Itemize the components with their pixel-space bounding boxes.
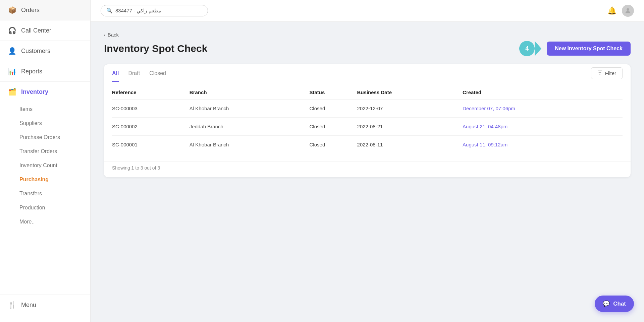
cell-business-date: 2022-12-07 [357,100,463,118]
sidebar-item-label: Call Center [21,27,51,34]
cell-created: August 21, 04:48pm [463,118,623,136]
search-box[interactable]: 🔍 [101,5,208,16]
chevron-left-icon: ‹ [104,32,106,38]
customers-icon: 👤 [8,47,16,55]
sidebar-subitem-more[interactable]: More.. [0,215,90,229]
chat-label: Chat [613,301,626,307]
cell-created: August 11, 09:12am [463,136,623,154]
col-status: Status [310,85,357,100]
sidebar-subitem-purchase-orders[interactable]: Purchase Orders [0,130,90,144]
cell-branch: Al Khobar Branch [190,136,310,154]
sidebar-item-label: Reports [21,68,42,75]
col-created: Created [463,85,623,100]
table-body: SC-000003 Al Khobar Branch Closed 2022-1… [112,100,623,154]
sidebar-item-orders[interactable]: 📦 Orders [0,0,90,20]
col-business-date: Business Date [357,85,463,100]
table-row[interactable]: SC-000001 Al Khobar Branch Closed 2022-0… [112,136,623,154]
sidebar-subitem-inventory-count[interactable]: Inventory Count [0,158,90,173]
tab-draft[interactable]: Draft [128,70,140,82]
tab-all[interactable]: All [112,70,119,82]
cell-status: Closed [310,118,357,136]
back-link[interactable]: ‹ Back [104,32,631,38]
inventory-card: All Draft Closed Filter Reference [104,64,631,177]
search-icon: 🔍 [106,8,113,14]
sidebar-item-inventory[interactable]: 🗂️ Inventory [0,82,90,102]
call-center-icon: 🎧 [8,26,16,35]
showing-text: Showing 1 to 3 out of 3 [104,162,631,177]
page-header: Inventory Spot Check 4 New Inventory Spo… [104,41,631,56]
sidebar: 📦 Orders 🎧 Call Center 👤 Customers 📊 Rep… [0,0,91,322]
cell-reference: SC-000001 [112,136,190,154]
header-right: 4 New Inventory Spot Check [519,41,631,56]
cell-created: December 07, 07:06pm [463,100,623,118]
sidebar-subitem-production[interactable]: Production [0,201,90,215]
filter-button[interactable]: Filter [591,67,623,79]
sidebar-subitem-items[interactable]: Items [0,102,90,116]
cell-reference: SC-000002 [112,118,190,136]
sidebar-item-label: Orders [21,7,40,14]
cell-reference: SC-000003 [112,100,190,118]
sidebar-item-label: Inventory [21,88,48,95]
cell-branch: Jeddah Branch [190,118,310,136]
table-row[interactable]: SC-000003 Al Khobar Branch Closed 2022-1… [112,100,623,118]
page-title: Inventory Spot Check [104,43,207,54]
page-content: ‹ Back Inventory Spot Check 4 New Invent… [91,22,644,322]
cell-business-date: 2022-08-11 [357,136,463,154]
cell-branch: Al Khobar Branch [190,100,310,118]
sidebar-item-label: Menu [21,302,36,309]
new-inventory-spot-check-button[interactable]: New Inventory Spot Check [547,42,631,56]
inventory-icon: 🗂️ [8,88,16,96]
inventory-table: Reference Branch Status Business Date Cr… [112,85,623,153]
reports-icon: 📊 [8,67,16,75]
svg-point-0 [627,8,629,11]
notification-icon[interactable]: 🔔 [607,6,616,15]
col-reference: Reference [112,85,190,100]
chat-icon: 💬 [603,300,610,307]
cell-business-date: 2022-08-21 [357,118,463,136]
sidebar-item-label: Customers [21,48,50,55]
orders-icon: 📦 [8,6,16,14]
sidebar-subitem-transfer-orders[interactable]: Transfer Orders [0,144,90,158]
tabs: All Draft Closed [104,64,174,82]
table-wrap: Reference Branch Status Business Date Cr… [104,82,631,162]
badge-circle: 4 [519,41,535,56]
sidebar-item-customers[interactable]: 👤 Customers [0,41,90,61]
cell-status: Closed [310,136,357,154]
search-input[interactable] [115,8,202,14]
table-header-row: Reference Branch Status Business Date Cr… [112,85,623,100]
sidebar-item-reports[interactable]: 📊 Reports [0,61,90,82]
filter-label: Filter [605,70,616,76]
sidebar-item-menu[interactable]: 🍴 Menu [0,295,90,315]
menu-icon: 🍴 [8,301,16,309]
main-content: 🔍 🔔 ‹ Back Inventory Spot Check 4 [91,0,644,322]
cell-status: Closed [310,100,357,118]
sidebar-subitem-suppliers[interactable]: Suppliers [0,116,90,130]
table-row[interactable]: SC-000002 Jeddah Branch Closed 2022-08-2… [112,118,623,136]
sidebar-subitem-purchasing[interactable]: Purchasing [0,173,90,187]
tab-closed[interactable]: Closed [149,70,166,82]
topbar-icons: 🔔 [607,5,634,17]
sidebar-subitem-transfers[interactable]: Transfers [0,187,90,201]
sidebar-item-call-center[interactable]: 🎧 Call Center [0,20,90,41]
back-label: Back [108,32,119,38]
badge-counter: 4 [519,41,541,56]
chat-button[interactable]: 💬 Chat [595,296,634,312]
topbar: 🔍 🔔 [91,0,644,22]
badge-count: 4 [525,45,529,52]
badge-arrow-shape [535,41,541,56]
filter-icon [597,70,602,76]
avatar[interactable] [622,5,634,17]
col-branch: Branch [190,85,310,100]
